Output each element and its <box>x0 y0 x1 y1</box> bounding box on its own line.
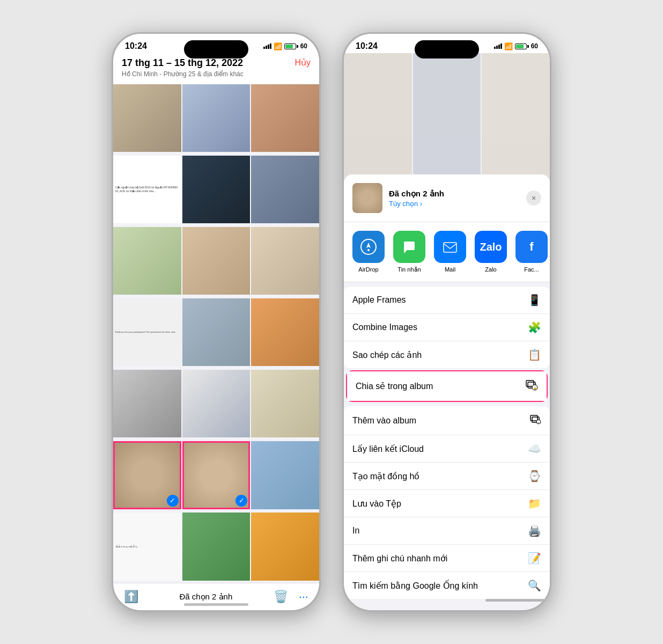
zalo-icon: Zalo <box>475 231 507 263</box>
photo-cell[interactable] <box>182 370 251 438</box>
action-in[interactable]: In 🖨️ <box>344 517 550 545</box>
luu-vao-label: Lưu vào Tệp <box>352 499 401 509</box>
wifi-icon-2: 📶 <box>504 42 513 50</box>
mail-label: Mail <box>445 266 455 273</box>
photo-cell[interactable]: Tải ảnh đang chờ xử lý... <box>113 513 181 581</box>
action-lay-lien-ket[interactable]: Lấy liên kết iCloud ☁️ <box>344 435 550 463</box>
them-vao-icon: + <box>529 413 541 428</box>
in-icon: 🖨️ <box>528 524 541 537</box>
app-messages[interactable]: Tin nhắn <box>393 231 425 273</box>
app-facebook[interactable]: f Fac... <box>515 231 548 273</box>
photo-cell[interactable] <box>113 370 181 438</box>
action-tao-mat[interactable]: Tạo mặt đồng hồ ⌚ <box>344 463 550 490</box>
share-actions-list: Apple Frames 📱 Combine Images 🧩 Sao chép… <box>344 282 550 599</box>
share-header: Đã chọn 2 ảnh Tùy chọn › × <box>344 174 550 222</box>
selection-count: Đã chọn 2 ảnh <box>179 592 232 602</box>
messages-label: Tin nhắn <box>397 266 421 273</box>
photo-cell[interactable] <box>182 84 251 152</box>
svg-text:🔒: 🔒 <box>533 386 537 390</box>
svg-text:+: + <box>537 421 540 424</box>
messages-icon <box>393 231 425 263</box>
share-apps-row: AirDrop Tin nhắn <box>344 222 550 282</box>
battery-level: 60 <box>300 42 307 50</box>
photo-cell[interactable] <box>113 84 181 152</box>
photo-cell[interactable] <box>251 156 319 224</box>
combine-images-label: Combine Images <box>352 323 417 332</box>
tao-mat-label: Tạo mặt đồng hồ <box>352 471 419 481</box>
selection-check: ✓ <box>167 495 179 507</box>
apple-frames-icon: 📱 <box>528 294 541 306</box>
photo-cell[interactable] <box>251 84 319 152</box>
photo-cell[interactable] <box>113 227 181 295</box>
sao-chep-icon: 📋 <box>528 348 541 361</box>
photo-cell[interactable] <box>251 513 319 581</box>
svg-rect-8 <box>531 415 537 421</box>
battery-icon-2 <box>515 43 529 49</box>
status-time: 10:24 <box>125 41 147 51</box>
action-chia-se-highlighted[interactable]: Chia sẻ trong album 🔒 <box>346 370 548 402</box>
battery-icon <box>284 43 298 49</box>
action-them-ghi-chu[interactable]: Thêm ghi chú nhanh mới 📝 <box>344 545 550 572</box>
airdrop-icon <box>352 231 385 263</box>
app-airdrop[interactable]: AirDrop <box>352 231 385 273</box>
svg-rect-2 <box>444 243 456 252</box>
photo-cell[interactable] <box>251 227 319 295</box>
photo-cell[interactable] <box>182 513 251 581</box>
power-button[interactable] <box>319 173 321 222</box>
tao-mat-icon: ⌚ <box>528 470 541 482</box>
photo-cell[interactable]: Thank you for your participation! The sp… <box>113 298 181 367</box>
phone-2: 10:24 📶 60 <box>342 32 551 612</box>
photo-cell[interactable]: Cần nguồn máy bộ Dell 3010 và Nguồn HP 6… <box>113 156 181 224</box>
luu-vao-icon: 📁 <box>528 497 541 510</box>
power-button[interactable] <box>550 173 551 222</box>
phone2-screen: 10:24 📶 60 <box>344 34 550 610</box>
share-info: Đã chọn 2 ảnh Tùy chọn › <box>389 189 520 208</box>
photo-cell[interactable] <box>251 370 319 438</box>
delete-icon[interactable]: 🗑️ <box>274 590 288 604</box>
share-sheet-background: Đã chọn 2 ảnh Tùy chọn › × <box>344 53 550 610</box>
photo-cell[interactable] <box>182 298 251 367</box>
mail-icon <box>434 231 466 263</box>
action-them-vao[interactable]: Thêm vào album + <box>344 406 550 435</box>
share-thumbnail <box>352 183 382 213</box>
action-combine-images[interactable]: Combine Images 🧩 <box>344 314 550 341</box>
app-zalo[interactable]: Zalo Zalo <box>475 231 507 273</box>
action-luu-vao[interactable]: Lưu vào Tệp 📁 <box>344 490 550 517</box>
action-apple-frames[interactable]: Apple Frames 📱 <box>344 287 550 314</box>
combine-images-icon: 🧩 <box>528 321 541 334</box>
photo-cell[interactable] <box>182 156 251 224</box>
phone-1: 10:24 📶 60 <box>112 32 321 612</box>
tim-kiem-label: Tìm kiếm bằng Google Ống kính <box>352 581 478 591</box>
app-mail[interactable]: Mail <box>434 231 466 273</box>
status-icons-2: 📶 60 <box>494 42 538 50</box>
chia-se-icon: 🔒 <box>525 378 538 394</box>
photo-cell[interactable] <box>251 441 319 509</box>
action-chia-se[interactable]: Chia sẻ trong album 🔒 <box>347 371 547 401</box>
tim-kiem-icon: 🔍 <box>528 579 541 592</box>
action-sao-chep[interactable]: Sao chép các ảnh 📋 <box>344 341 550 368</box>
airdrop-label: AirDrop <box>358 266 378 273</box>
photo-cell[interactable] <box>251 298 319 367</box>
sao-chep-label: Sao chép các ảnh <box>352 350 422 360</box>
in-label: In <box>352 526 359 536</box>
lay-lien-ket-icon: ☁️ <box>528 442 541 455</box>
dynamic-island-2 <box>415 40 479 58</box>
status-icons: 📶 60 <box>263 42 307 50</box>
photos-date-title: 17 thg 11 – 15 thg 12, 2022 <box>122 57 244 69</box>
home-indicator <box>184 603 248 606</box>
cancel-button[interactable]: Hủy <box>294 57 311 68</box>
action-tim-kiem[interactable]: Tìm kiếm bằng Google Ống kính 🔍 <box>344 572 550 599</box>
dynamic-island <box>184 40 248 58</box>
share-icon[interactable]: ⬆️ <box>124 590 138 604</box>
more-icon[interactable]: ··· <box>299 590 308 604</box>
photo-cell-selected[interactable]: ✓ <box>182 441 251 509</box>
wifi-icon: 📶 <box>274 42 282 50</box>
share-sheet: Đã chọn 2 ảnh Tùy chọn › × <box>344 174 550 610</box>
share-close-button[interactable]: × <box>526 191 541 206</box>
apple-frames-label: Apple Frames <box>352 295 406 305</box>
photo-cell-selected[interactable]: ✓ <box>113 441 181 509</box>
photo-cell[interactable] <box>182 227 251 295</box>
share-options-button[interactable]: Tùy chọn › <box>389 200 520 208</box>
photos-bottom-bar: ⬆️ Đã chọn 2 ảnh 🗑️ ··· <box>113 583 319 610</box>
action-group-1: Apple Frames 📱 Combine Images 🧩 Sao chép… <box>344 287 550 368</box>
